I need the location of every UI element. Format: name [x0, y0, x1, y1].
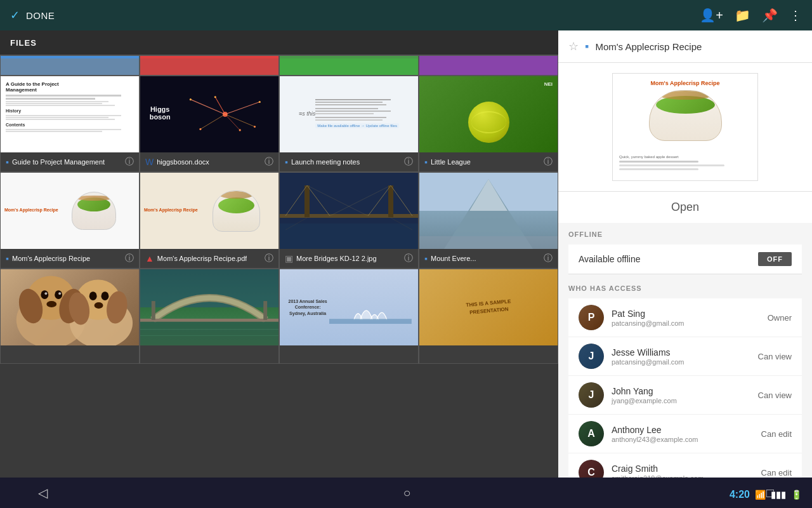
img-icon-bridges: ▣ [285, 253, 293, 264]
file-cell-higgs[interactable]: Higgs boson [140, 76, 279, 172]
offline-label: Available offline [579, 254, 641, 264]
main-area: FILES [0, 30, 812, 508]
access-name-john: John Yang [612, 386, 750, 396]
info-icon-everest[interactable]: ⓘ [544, 253, 553, 264]
partial-cell-3 [279, 55, 419, 76]
word-icon-higgs: W [145, 157, 154, 167]
check-icon: ✓ [10, 8, 20, 22]
file-cell-dogs[interactable] [0, 269, 140, 364]
doc-icon-guide: ▪ [6, 157, 9, 167]
svg-line-5 [216, 97, 226, 114]
file-name-higgs: higgsboson.docx [157, 158, 209, 166]
file-cell-recipe1[interactable]: Mom's Applecrisp Recipe ▪ [0, 172, 140, 269]
pin-icon[interactable]: 📌 [762, 8, 778, 23]
file-cell-bridge2[interactable] [140, 269, 279, 364]
access-info-jesse: Jesse Williams patcansing@gmail.com [612, 347, 750, 366]
offline-toggle[interactable]: OFF [758, 252, 792, 266]
svg-rect-15 [280, 214, 418, 218]
files-header: FILES [0, 30, 558, 55]
svg-line-2 [225, 102, 259, 114]
files-scroll: A Guide to the ProjectManagement History… [0, 55, 558, 508]
access-list: P Pat Sing patcansing@gmail.com Owner J … [568, 298, 802, 492]
svg-rect-16 [304, 185, 310, 217]
svg-point-11 [214, 96, 216, 98]
folder-icon[interactable]: 📁 [735, 8, 750, 23]
info-icon-recipe-pdf[interactable]: ⓘ [265, 253, 273, 264]
partial-cell-2 [140, 55, 279, 76]
wifi-icon: 📶 [755, 490, 766, 500]
access-role-john: Can view [758, 391, 792, 400]
file-name-guide: Guide to Project Management [12, 158, 105, 166]
add-user-icon[interactable]: 👤+ [700, 8, 723, 23]
avatar-jesse: J [579, 344, 604, 369]
doc-badge-icon: ▪ [585, 40, 589, 53]
avatar-pat: P [579, 305, 604, 330]
svg-point-45 [95, 302, 103, 309]
doc-icon-league: ▪ [424, 157, 428, 167]
signal-icon: ▮▮▮ [771, 490, 786, 500]
info-icon-guide[interactable]: ⓘ [125, 156, 134, 168]
access-row-pat: P Pat Sing patcansing@gmail.com Owner [568, 298, 802, 337]
access-role-anthony: Can edit [761, 429, 792, 439]
star-icon[interactable]: ☆ [568, 39, 579, 53]
avatar-face-anthony: A [579, 421, 604, 446]
file-cell-guide[interactable]: A Guide to the ProjectManagement History… [0, 76, 140, 172]
avatar-john: J [579, 382, 604, 408]
access-section: WHO HAS ACCESS P Pat Sing patcansing@gma… [558, 277, 812, 492]
access-email-anthony: anthonyl243@example.com [612, 436, 754, 443]
back-nav-icon[interactable]: ◁ [38, 485, 48, 500]
avatar-anthony: A [579, 421, 604, 446]
svg-line-1 [191, 100, 225, 114]
svg-point-42 [44, 292, 47, 295]
preview-title: Mom's Applecrisp Recipe [595, 41, 802, 52]
info-icon-higgs[interactable]: ⓘ [265, 156, 273, 168]
files-row-3: 2013 Annual Sales Conference:Sydney, Aus… [0, 269, 558, 364]
access-name-craig: Craig Smith [612, 464, 754, 474]
access-row-anthony: A Anthony Lee anthonyl243@example.com Ca… [568, 415, 802, 453]
overlay-panel: ☆ ▪ Mom's Applecrisp Recipe Mom's Applec… [558, 30, 812, 508]
open-button-container[interactable]: Open [558, 191, 812, 223]
access-role-craig: Can edit [761, 468, 792, 478]
file-cell-everest[interactable]: ▪ Mount Evere... ⓘ [419, 172, 558, 269]
partial-cell-1 [0, 55, 140, 76]
offline-section: OFFLINE Available offline OFF [558, 223, 812, 274]
top-bar: ✓ DONE 👤+ 📁 📌 ⋮ [0, 0, 812, 30]
file-cell-bridges[interactable]: ▣ More Bridges KD-12 2.jpg ⓘ [279, 172, 419, 269]
info-icon-bridges[interactable]: ⓘ [404, 253, 413, 264]
svg-point-38 [41, 290, 48, 299]
svg-line-4 [225, 114, 255, 126]
access-info-anthony: Anthony Lee anthonyl243@example.com [612, 425, 754, 443]
svg-point-12 [239, 129, 241, 131]
file-name-league: Little League [431, 158, 471, 166]
pdf-icon-recipe: ▲ [145, 253, 154, 264]
open-button-label[interactable]: Open [671, 201, 699, 213]
file-cell-little-league[interactable]: NEI ▪ Little League ⓘ [419, 76, 558, 172]
info-icon-recipe1[interactable]: ⓘ [125, 253, 134, 264]
info-icon-league[interactable]: ⓘ [544, 156, 553, 168]
svg-point-43 [58, 292, 61, 295]
access-role-jesse: Can view [758, 352, 792, 361]
bottom-bar: ◁ ○ □ 4:20 📶 ▮▮▮ 🔋 [0, 478, 812, 508]
file-cell-launch[interactable]: ≡s this Make file available offline → Up… [279, 76, 419, 172]
files-panel: FILES [0, 30, 558, 508]
svg-point-40 [89, 291, 97, 300]
more-options-icon[interactable]: ⋮ [789, 8, 802, 23]
access-name-anthony: Anthony Lee [612, 425, 754, 435]
top-bar-left: ✓ DONE [10, 8, 55, 22]
info-icon-launch[interactable]: ⓘ [404, 156, 413, 168]
access-info-pat: Pat Sing patcansing@gmail.com [612, 309, 760, 327]
svg-line-3 [200, 114, 225, 129]
svg-point-41 [102, 291, 109, 300]
svg-point-7 [190, 98, 192, 100]
doc-icon-launch: ▪ [285, 157, 288, 167]
file-cell-sydney[interactable]: 2013 Annual Sales Conference:Sydney, Aus… [279, 269, 419, 364]
file-cell-recipe-pdf[interactable]: Mom's Applecrisp Recipe ▲ Mom's Applecri… [140, 172, 279, 269]
avatar-face-jesse: J [579, 344, 604, 369]
file-cell-sample[interactable]: THIS IS A SAMPLEPRESENTATION [419, 269, 558, 364]
files-label: FILES [10, 38, 37, 48]
done-label[interactable]: DONE [26, 10, 55, 21]
home-nav-icon[interactable]: ○ [403, 486, 410, 500]
preview-image: Mom's Applecrisp Recipe Quick, yummy bak… [612, 73, 758, 181]
preview-header: ☆ ▪ Mom's Applecrisp Recipe [558, 30, 812, 63]
svg-rect-29 [419, 236, 558, 249]
